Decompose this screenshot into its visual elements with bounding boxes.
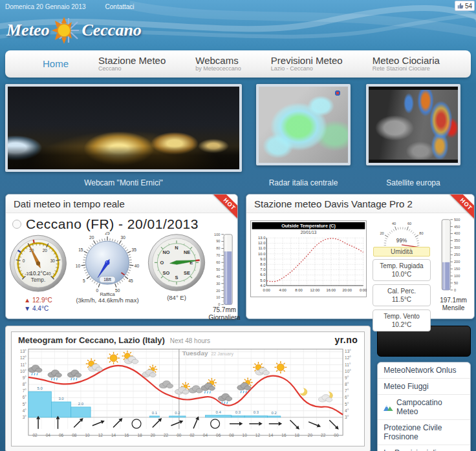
dew-point-label: Temp. Rugiada [373,262,430,270]
svg-text:2.0: 2.0 [78,402,84,406]
weather-icon-sun [274,361,287,373]
svg-text:0.3: 0.3 [254,410,259,414]
svg-text:16: 16 [124,433,129,437]
svg-text:9°: 9° [23,375,27,380]
svg-text:0.2: 0.2 [175,411,180,415]
monthly-rain-value: 197.1mm [440,297,467,304]
thumb-up-icon [457,3,464,9]
outside-temperature-chart[interactable]: Outside Temperature (C)20/01/1313.012.01… [250,217,367,302]
sidebar-link-meteo-fiuggi[interactable]: Meteo Fiuggi [378,379,470,395]
daily-rain-caption: Giornaliera [209,314,241,322]
svg-text:30: 30 [121,235,126,240]
svg-text:5.0: 5.0 [37,386,43,390]
radar-thumbnail[interactable] [256,84,351,165]
temp-max-value: 12.9°C [32,297,52,304]
meteogram-title: Meteogram for Ceccano, Lazio (Italy) [18,335,165,345]
svg-text:SO: SO [163,270,170,276]
panel-row: Dati meteo in tempo reale HOT Ceccano (F… [5,194,471,319]
temp-gauge-name: Temp. [31,277,45,283]
humidity-gauge: 02040608010099% [371,217,433,248]
svg-text:10°: 10° [345,369,351,373]
svg-text:5°: 5° [23,402,27,406]
nav-item-home[interactable]: Home [43,59,69,69]
heat-index-label: Cal. Perc. [373,287,430,295]
wind-chill-box: Temp. Vento 10.2°C [373,309,431,331]
nav-item-stazione-meteo[interactable]: Stazione Meteo Ceccano [98,56,166,72]
davis-panel-title: Stazione meteo Davis Vantage Pro 2 [246,194,474,213]
svg-text:20:00: 20:00 [342,288,352,292]
svg-text:150: 150 [454,267,460,271]
svg-text:20: 20 [308,433,313,437]
webcam-caption: Webcam "Monti Ernici" [5,176,242,187]
sidebar-link-previsioni-rossano[interactable]: Le Previsioni di Rossano [378,445,470,451]
weather-icon-moon-cloud [318,392,332,403]
bottom-row: Meteogram for Ceccano, Lazio (Italy) Nex… [5,326,471,451]
meteogram-chart[interactable]: Tuesday22 January13°13°12°12°11°11°10°10… [12,345,360,443]
svg-text:7.0: 7.0 [260,267,266,271]
svg-text:70: 70 [216,253,220,257]
sidebar-link-protezione-civile[interactable]: Protezione Civile Frosinone [378,420,470,445]
svg-text:10: 10 [216,295,220,299]
svg-text:11°: 11° [345,362,351,367]
logo-word-ceccano: Ceccano [81,21,141,40]
wind-compass: NNEESESSOONO [146,232,208,297]
sidebar-link-meteonetwork[interactable]: MeteoNetwork Onlus [378,362,470,379]
weather-icon-sun-cloud [253,362,269,375]
realtime-panel-title: Dati meteo in tempo reale [6,194,237,213]
svg-text:20: 20 [216,289,220,293]
weather-icon-sun-cloud [122,351,138,364]
contact-link[interactable]: Contattaci [105,3,135,10]
wind-gauge-block: 051015202530354045501BftRaffica (3km/h, … [69,232,146,304]
svg-text:30: 30 [216,282,220,286]
weather-icon-rain-sun [237,377,253,393]
logo-word-meteo: Meteo [6,21,49,40]
satellite-figure: Satellite europa [366,84,460,187]
webcam-thumbnail[interactable] [5,84,242,172]
temperature-gauge: -1001020304010.2°CTemp. [7,232,69,300]
yrno-logo[interactable]: yr.no [334,335,358,345]
weather-icon-moon [298,388,307,395]
wind-caption: (3km/h, 44.6km/h max) [76,297,138,304]
satellite-caption: Satellite europa [366,176,460,187]
weather-icon-rain [28,365,42,375]
wind-gauge-bft: 1Bft [103,277,111,282]
svg-text:300: 300 [454,246,460,249]
site-logo[interactable]: Meteo Ceccano [6,16,142,45]
svg-text:8:00: 8:00 [295,288,303,292]
svg-text:6.0: 6.0 [260,273,266,277]
svg-text:100: 100 [454,274,460,278]
svg-text:18: 18 [137,433,142,437]
nav-item-previsioni-meteo[interactable]: Previsioni Meteo Lazio - Ceccano [271,56,343,72]
temp-minmax: ▲ 12.9°C ▼ 4.4°C [24,297,52,313]
temp-min-arrow-icon: ▼ [24,305,30,312]
svg-text:0.3: 0.3 [235,410,241,414]
facebook-like-badge[interactable]: 54 [455,1,475,11]
svg-text:30: 30 [50,258,56,263]
svg-text:200: 200 [454,260,460,264]
svg-text:NE: NE [184,249,190,255]
svg-text:100: 100 [214,233,220,236]
svg-text:12: 12 [255,433,261,437]
svg-text:8.0: 8.0 [260,262,266,266]
sidebar-link-campocatino[interactable]: Campocatino Meteo [378,395,470,420]
davis-body: Outside Temperature (C)20/01/1313.012.01… [246,213,474,335]
station-heading: Ceccano (FR) - 20/01/2013 [12,216,231,232]
satellite-thumbnail[interactable] [366,84,460,165]
nav-item-meteo-ciociaria[interactable]: Meteo Ciociaria Rete Stazioni Ciociare [373,56,440,72]
svg-text:90: 90 [216,239,220,243]
wind-arrow-icon [308,420,321,428]
svg-text:20: 20 [89,235,94,240]
temp-min-value: 4.4°C [32,305,49,312]
meteogram-subtitle: Next 48 hours [170,337,210,344]
radio-dot[interactable] [12,220,21,229]
svg-text:12:00: 12:00 [310,288,320,292]
svg-text:14: 14 [268,433,274,437]
nav-item-webcams[interactable]: Webcams by Meteoceccano [195,56,241,72]
monthly-rain-caption: Mensile [440,304,467,312]
svg-text:22: 22 [164,433,169,437]
svg-text:3°: 3° [345,415,349,419]
temp-gauge-value: 10.2°C [30,271,46,277]
station-heading-text: Ceccano (FR) - 20/01/2013 [26,216,199,232]
svg-text:S: S [175,275,178,280]
dew-point-box: Temp. Rugiada 10.0°C [373,259,431,281]
